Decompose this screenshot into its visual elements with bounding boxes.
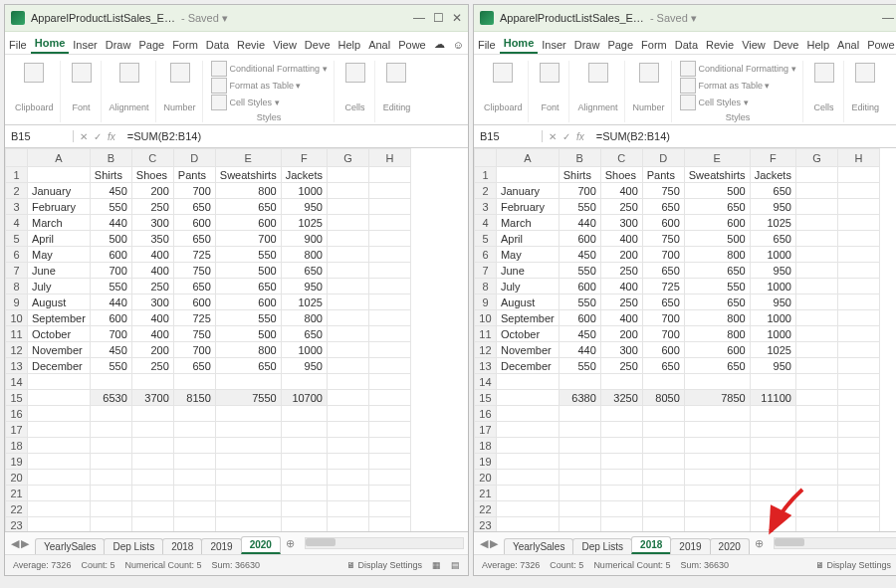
cell[interactable]: 250 <box>600 358 642 374</box>
cell[interactable] <box>131 454 173 470</box>
cell[interactable]: 700 <box>559 183 600 199</box>
cell[interactable] <box>327 183 368 199</box>
cell[interactable]: 600 <box>559 279 600 294</box>
menu-form[interactable]: Form <box>637 36 671 54</box>
cell[interactable] <box>837 247 879 263</box>
cell[interactable]: April <box>28 231 91 247</box>
cell[interactable]: Shirts <box>559 167 600 183</box>
cell[interactable]: October <box>28 326 91 342</box>
row-header[interactable]: 12 <box>6 342 28 358</box>
col-header[interactable]: G <box>795 149 837 167</box>
menu-view[interactable]: View <box>269 36 301 54</box>
row-header[interactable]: 14 <box>474 374 496 390</box>
cell[interactable] <box>750 501 795 517</box>
cell[interactable] <box>750 517 795 532</box>
percent-icon[interactable] <box>636 61 662 85</box>
col-header[interactable]: H <box>837 149 879 167</box>
cancel-icon[interactable]: ✕ <box>549 131 557 142</box>
saved-indicator[interactable]: - Saved ▾ <box>181 12 228 25</box>
cell[interactable]: September <box>28 310 91 326</box>
row-header[interactable]: 16 <box>6 406 28 422</box>
cell[interactable]: 8050 <box>642 390 684 406</box>
cell[interactable] <box>750 438 795 454</box>
cell[interactable]: 550 <box>559 263 600 279</box>
font-a-icon[interactable] <box>537 61 562 85</box>
menu-page[interactable]: Page <box>134 36 168 54</box>
cell[interactable] <box>28 438 91 454</box>
tab-nav-left[interactable]: ◀ <box>11 537 19 550</box>
cell[interactable]: 700 <box>642 326 684 342</box>
row-header[interactable]: 15 <box>6 390 28 406</box>
cell[interactable] <box>684 422 750 438</box>
cell[interactable] <box>684 486 750 501</box>
cell[interactable]: 650 <box>173 231 215 247</box>
cell[interactable] <box>281 438 327 454</box>
cell[interactable] <box>642 486 684 501</box>
sheet-tab-YearlySales[interactable]: YearlySales <box>504 538 573 554</box>
cell[interactable] <box>173 470 215 486</box>
cell[interactable] <box>795 231 837 247</box>
tab-nav-left[interactable]: ◀ <box>480 537 488 550</box>
cell[interactable]: 250 <box>131 199 173 215</box>
style-item[interactable]: Conditional Formatting ▾ <box>211 61 328 77</box>
align-icon[interactable] <box>585 61 611 85</box>
sheet-tab-Dep Lists[interactable]: Dep Lists <box>104 538 163 554</box>
col-header[interactable]: C <box>600 149 642 167</box>
row-header[interactable]: 11 <box>474 326 496 342</box>
cell[interactable] <box>600 517 642 532</box>
enter-icon[interactable]: ✓ <box>94 131 102 142</box>
cell[interactable]: 300 <box>600 215 642 231</box>
cell[interactable]: 650 <box>642 294 684 310</box>
cell[interactable] <box>600 374 642 390</box>
cell[interactable] <box>795 486 837 501</box>
cell[interactable] <box>131 406 173 422</box>
cell[interactable] <box>173 454 215 470</box>
view-pagelayout[interactable]: ▤ <box>451 560 460 570</box>
cell[interactable]: 400 <box>600 310 642 326</box>
cell[interactable]: 950 <box>281 279 327 294</box>
cell[interactable]: 450 <box>90 342 131 358</box>
cell[interactable] <box>90 486 131 501</box>
cell[interactable] <box>327 263 368 279</box>
menu-powe[interactable]: Powe <box>394 36 430 54</box>
cell[interactable] <box>837 167 879 183</box>
share-icon[interactable]: ☁ <box>430 35 449 54</box>
cell[interactable]: 650 <box>173 358 215 374</box>
cell[interactable]: 800 <box>215 342 281 358</box>
cell[interactable] <box>684 517 750 532</box>
cells-icon[interactable] <box>811 61 837 85</box>
cell[interactable] <box>90 422 131 438</box>
row-header[interactable]: 10 <box>474 310 496 326</box>
cell[interactable] <box>368 199 410 215</box>
row-header[interactable]: 20 <box>6 470 28 486</box>
maximize-button[interactable]: ☐ <box>433 11 444 25</box>
cell[interactable]: February <box>496 199 559 215</box>
cell[interactable] <box>327 486 368 501</box>
menu-powe[interactable]: Powe <box>863 36 896 54</box>
cell[interactable]: Pants <box>642 167 684 183</box>
cell[interactable]: November <box>28 342 91 358</box>
cell[interactable] <box>90 374 131 390</box>
cell[interactable]: 900 <box>281 231 327 247</box>
row-header[interactable]: 5 <box>6 231 28 247</box>
cell[interactable] <box>327 294 368 310</box>
cell[interactable] <box>684 374 750 390</box>
row-header[interactable]: 6 <box>6 247 28 263</box>
menu-data[interactable]: Data <box>671 36 702 54</box>
cell[interactable] <box>795 406 837 422</box>
cell[interactable]: Jackets <box>281 167 327 183</box>
cell[interactable] <box>642 470 684 486</box>
row-header[interactable]: 12 <box>474 342 496 358</box>
cell[interactable]: 440 <box>90 294 131 310</box>
cell[interactable] <box>496 422 559 438</box>
cell[interactable]: May <box>28 247 91 263</box>
cell[interactable] <box>837 342 879 358</box>
cell[interactable]: 950 <box>750 199 795 215</box>
cell[interactable] <box>368 454 410 470</box>
cell[interactable] <box>368 167 410 183</box>
cell[interactable]: 550 <box>90 358 131 374</box>
cell[interactable]: 1000 <box>750 279 795 294</box>
cell[interactable] <box>795 454 837 470</box>
cell[interactable]: 500 <box>90 231 131 247</box>
cell[interactable] <box>28 470 91 486</box>
